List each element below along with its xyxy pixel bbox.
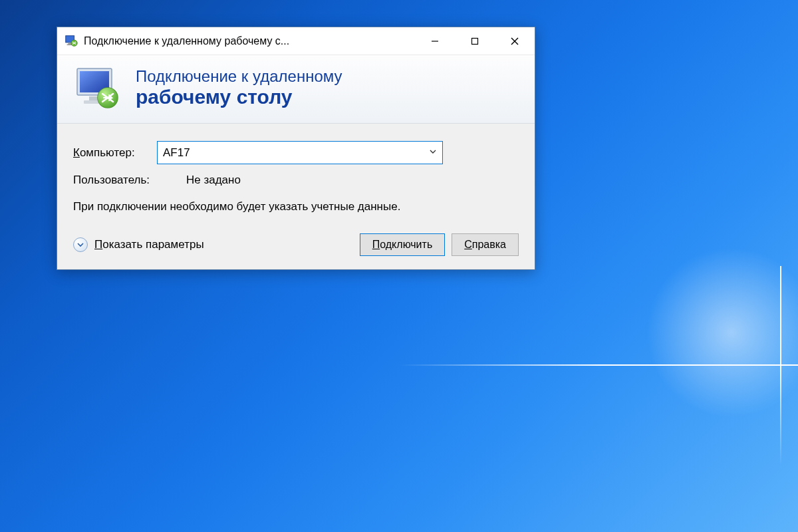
window-controls: [415, 27, 535, 55]
user-value: Не задано: [186, 174, 241, 187]
credentials-info-text: При подключении необходимо будет указать…: [73, 199, 519, 215]
banner-title-line2: рабочему столу: [136, 86, 342, 108]
expand-down-icon: [73, 237, 88, 252]
dialog-footer: Показать параметры Подключить Справка: [73, 233, 519, 256]
computer-input[interactable]: [163, 146, 429, 160]
desktop-light-flare-vertical: [780, 266, 781, 466]
computer-label: Компьютер:: [73, 146, 157, 160]
svg-rect-5: [472, 38, 478, 44]
user-label: Пользователь:: [73, 174, 186, 187]
help-button[interactable]: Справка: [452, 233, 519, 256]
computer-field-row: Компьютер:: [73, 141, 519, 164]
desktop-light-flare: [399, 364, 798, 366]
banner-title-line1: Подключение к удаленному: [136, 67, 342, 86]
show-options-link[interactable]: Показать параметры: [73, 237, 353, 252]
header-banner: Подключение к удаленному рабочему столу: [57, 55, 535, 124]
rdp-logo-icon: [70, 65, 124, 111]
chevron-down-icon[interactable]: [429, 148, 437, 158]
dialog-body: Компьютер: Пользователь: Не задано При п…: [57, 124, 535, 269]
minimize-button[interactable]: [415, 27, 455, 55]
close-button[interactable]: [495, 27, 535, 55]
computer-combobox[interactable]: [157, 141, 443, 164]
connect-button[interactable]: Подключить: [360, 233, 445, 256]
maximize-button[interactable]: [455, 27, 495, 55]
titlebar[interactable]: Подключение к удаленному рабочему с...: [57, 27, 535, 55]
banner-text: Подключение к удаленному рабочему столу: [136, 67, 342, 108]
rdp-app-icon: [64, 34, 78, 49]
window-title: Подключение к удаленному рабочему с...: [84, 35, 415, 47]
desktop-light-glow: [632, 233, 798, 432]
rdp-dialog-window: Подключение к удаленному рабочему с...: [57, 27, 535, 270]
user-field-row: Пользователь: Не задано: [73, 174, 519, 187]
